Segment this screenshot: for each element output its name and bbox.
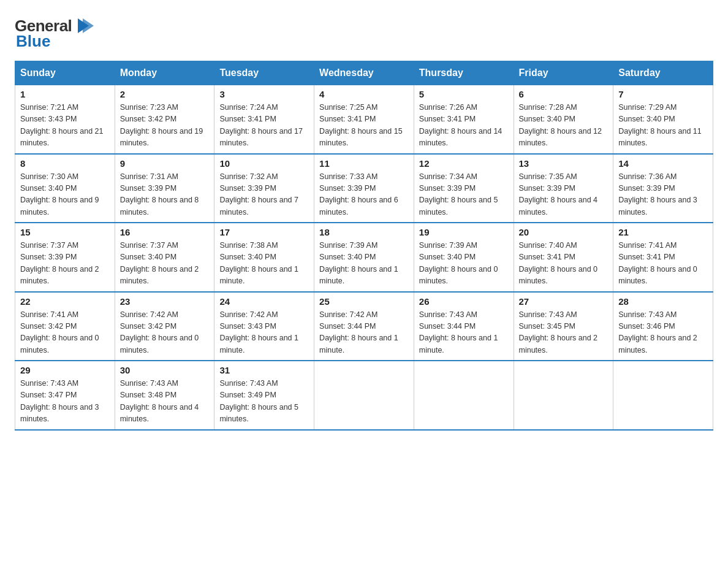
calendar-week-row: 29 Sunrise: 7:43 AMSunset: 3:47 PMDaylig…: [15, 361, 713, 430]
day-info: Sunrise: 7:37 AMSunset: 3:40 PMDaylight:…: [120, 241, 199, 285]
day-number: 2: [120, 89, 210, 99]
calendar-cell: 8 Sunrise: 7:30 AMSunset: 3:40 PMDayligh…: [15, 154, 115, 223]
day-number: 1: [20, 89, 110, 99]
day-info: Sunrise: 7:37 AMSunset: 3:39 PMDaylight:…: [20, 241, 99, 285]
calendar-cell: 11 Sunrise: 7:33 AMSunset: 3:39 PMDaylig…: [314, 154, 414, 223]
calendar-cell: 10 Sunrise: 7:32 AMSunset: 3:39 PMDaylig…: [214, 154, 314, 223]
day-info: Sunrise: 7:43 AMSunset: 3:48 PMDaylight:…: [120, 379, 199, 423]
day-number: 6: [519, 89, 609, 99]
day-info: Sunrise: 7:28 AMSunset: 3:40 PMDaylight:…: [519, 103, 602, 147]
day-number: 23: [120, 296, 210, 307]
calendar-cell: 18 Sunrise: 7:39 AMSunset: 3:40 PMDaylig…: [314, 223, 414, 292]
calendar-cell: [414, 361, 514, 430]
day-number: 30: [120, 365, 210, 375]
day-info: Sunrise: 7:30 AMSunset: 3:40 PMDaylight:…: [20, 172, 99, 216]
calendar-cell: 17 Sunrise: 7:38 AMSunset: 3:40 PMDaylig…: [214, 223, 314, 292]
calendar-cell: 21 Sunrise: 7:41 AMSunset: 3:41 PMDaylig…: [613, 223, 713, 292]
day-info: Sunrise: 7:25 AMSunset: 3:41 PMDaylight:…: [319, 103, 403, 147]
calendar-week-row: 15 Sunrise: 7:37 AMSunset: 3:39 PMDaylig…: [15, 223, 713, 292]
day-number: 28: [618, 296, 708, 307]
day-number: 4: [319, 89, 409, 99]
day-number: 8: [20, 158, 110, 169]
column-header-tuesday: Tuesday: [214, 61, 314, 85]
calendar-cell: 6 Sunrise: 7:28 AMSunset: 3:40 PMDayligh…: [514, 85, 613, 154]
day-number: 5: [419, 89, 509, 99]
column-header-saturday: Saturday: [613, 61, 713, 85]
day-number: 31: [219, 365, 309, 375]
day-number: 12: [419, 158, 509, 169]
day-number: 25: [319, 296, 409, 307]
day-number: 27: [519, 296, 609, 307]
calendar-cell: 2 Sunrise: 7:23 AMSunset: 3:42 PMDayligh…: [115, 85, 214, 154]
calendar-cell: 25 Sunrise: 7:42 AMSunset: 3:44 PMDaylig…: [314, 292, 414, 361]
day-info: Sunrise: 7:32 AMSunset: 3:39 PMDaylight:…: [219, 172, 298, 216]
column-header-sunday: Sunday: [15, 61, 115, 85]
day-number: 11: [319, 158, 409, 169]
calendar-cell: 24 Sunrise: 7:42 AMSunset: 3:43 PMDaylig…: [214, 292, 314, 361]
svg-marker-1: [83, 18, 94, 33]
calendar-cell: 23 Sunrise: 7:42 AMSunset: 3:42 PMDaylig…: [115, 292, 214, 361]
day-number: 21: [618, 227, 708, 237]
day-number: 18: [319, 227, 409, 237]
calendar-cell: 29 Sunrise: 7:43 AMSunset: 3:47 PMDaylig…: [15, 361, 115, 430]
calendar-week-row: 8 Sunrise: 7:30 AMSunset: 3:40 PMDayligh…: [15, 154, 713, 223]
calendar-cell: 28 Sunrise: 7:43 AMSunset: 3:46 PMDaylig…: [613, 292, 713, 361]
day-number: 3: [219, 89, 309, 99]
calendar-cell: 14 Sunrise: 7:36 AMSunset: 3:39 PMDaylig…: [613, 154, 713, 223]
day-number: 13: [519, 158, 609, 169]
day-info: Sunrise: 7:43 AMSunset: 3:45 PMDaylight:…: [519, 310, 598, 354]
day-info: Sunrise: 7:33 AMSunset: 3:39 PMDaylight:…: [319, 172, 398, 216]
day-info: Sunrise: 7:39 AMSunset: 3:40 PMDaylight:…: [319, 241, 398, 285]
calendar-cell: 15 Sunrise: 7:37 AMSunset: 3:39 PMDaylig…: [15, 223, 115, 292]
day-info: Sunrise: 7:26 AMSunset: 3:41 PMDaylight:…: [419, 103, 502, 147]
calendar-cell: 4 Sunrise: 7:25 AMSunset: 3:41 PMDayligh…: [314, 85, 414, 154]
calendar-cell: [514, 361, 613, 430]
day-info: Sunrise: 7:24 AMSunset: 3:41 PMDaylight:…: [219, 103, 303, 147]
day-info: Sunrise: 7:43 AMSunset: 3:46 PMDaylight:…: [618, 310, 697, 354]
page-header: General Blue: [15, 15, 713, 51]
day-info: Sunrise: 7:42 AMSunset: 3:44 PMDaylight:…: [319, 310, 398, 354]
column-header-monday: Monday: [115, 61, 214, 85]
day-number: 29: [20, 365, 110, 375]
day-info: Sunrise: 7:42 AMSunset: 3:43 PMDaylight:…: [219, 310, 298, 354]
calendar-cell: 27 Sunrise: 7:43 AMSunset: 3:45 PMDaylig…: [514, 292, 613, 361]
day-number: 26: [419, 296, 509, 307]
day-number: 14: [618, 158, 708, 169]
day-info: Sunrise: 7:35 AMSunset: 3:39 PMDaylight:…: [519, 172, 598, 216]
day-info: Sunrise: 7:43 AMSunset: 3:44 PMDaylight:…: [419, 310, 498, 354]
calendar-cell: 16 Sunrise: 7:37 AMSunset: 3:40 PMDaylig…: [115, 223, 214, 292]
day-info: Sunrise: 7:39 AMSunset: 3:40 PMDaylight:…: [419, 241, 498, 285]
day-number: 9: [120, 158, 210, 169]
day-info: Sunrise: 7:42 AMSunset: 3:42 PMDaylight:…: [120, 310, 199, 354]
calendar-cell: 5 Sunrise: 7:26 AMSunset: 3:41 PMDayligh…: [414, 85, 514, 154]
calendar-cell: 9 Sunrise: 7:31 AMSunset: 3:39 PMDayligh…: [115, 154, 214, 223]
column-header-friday: Friday: [514, 61, 613, 85]
day-number: 16: [120, 227, 210, 237]
day-info: Sunrise: 7:38 AMSunset: 3:40 PMDaylight:…: [219, 241, 298, 285]
calendar-cell: 31 Sunrise: 7:43 AMSunset: 3:49 PMDaylig…: [214, 361, 314, 430]
day-info: Sunrise: 7:40 AMSunset: 3:41 PMDaylight:…: [519, 241, 598, 285]
calendar-cell: 30 Sunrise: 7:43 AMSunset: 3:48 PMDaylig…: [115, 361, 214, 430]
calendar-cell: 19 Sunrise: 7:39 AMSunset: 3:40 PMDaylig…: [414, 223, 514, 292]
day-info: Sunrise: 7:21 AMSunset: 3:43 PMDaylight:…: [20, 103, 104, 147]
day-info: Sunrise: 7:34 AMSunset: 3:39 PMDaylight:…: [419, 172, 498, 216]
calendar-cell: 12 Sunrise: 7:34 AMSunset: 3:39 PMDaylig…: [414, 154, 514, 223]
day-number: 24: [219, 296, 309, 307]
day-number: 7: [618, 89, 708, 99]
day-info: Sunrise: 7:43 AMSunset: 3:49 PMDaylight:…: [219, 379, 298, 423]
day-info: Sunrise: 7:43 AMSunset: 3:47 PMDaylight:…: [20, 379, 99, 423]
day-number: 22: [20, 296, 110, 307]
calendar-header-row: SundayMondayTuesdayWednesdayThursdayFrid…: [15, 61, 713, 85]
column-header-wednesday: Wednesday: [314, 61, 414, 85]
calendar-cell: 1 Sunrise: 7:21 AMSunset: 3:43 PMDayligh…: [15, 85, 115, 154]
calendar-cell: [613, 361, 713, 430]
calendar-cell: [314, 361, 414, 430]
day-number: 17: [219, 227, 309, 237]
calendar-cell: 20 Sunrise: 7:40 AMSunset: 3:41 PMDaylig…: [514, 223, 613, 292]
calendar-cell: 22 Sunrise: 7:41 AMSunset: 3:42 PMDaylig…: [15, 292, 115, 361]
calendar-week-row: 1 Sunrise: 7:21 AMSunset: 3:43 PMDayligh…: [15, 85, 713, 154]
day-number: 15: [20, 227, 110, 237]
day-info: Sunrise: 7:31 AMSunset: 3:39 PMDaylight:…: [120, 172, 199, 216]
day-number: 20: [519, 227, 609, 237]
calendar-cell: 7 Sunrise: 7:29 AMSunset: 3:40 PMDayligh…: [613, 85, 713, 154]
